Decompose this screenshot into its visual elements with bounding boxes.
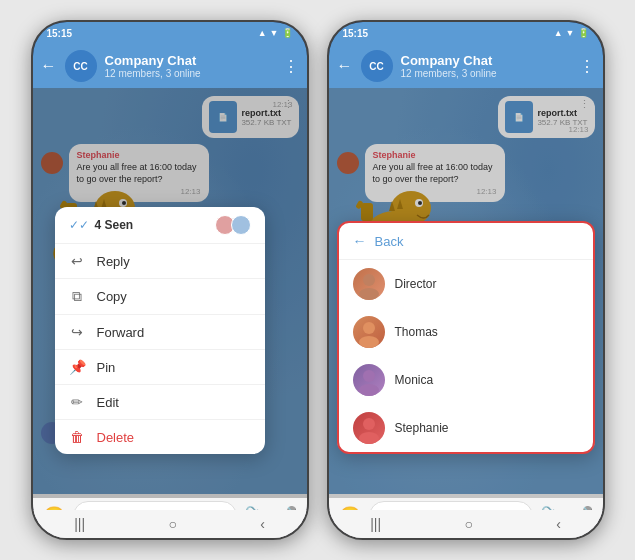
edit-label: Edit xyxy=(97,395,119,410)
delete-icon: 🗑 xyxy=(69,429,85,445)
nav-bar-right: ||| ○ ‹ xyxy=(329,510,603,538)
svg-point-19 xyxy=(363,322,375,334)
wifi-icon-r: ▼ xyxy=(566,28,575,38)
battery-icon-r: 🔋 xyxy=(578,28,589,38)
avatar-stephanie xyxy=(353,412,385,444)
delete-label: Delete xyxy=(97,430,135,445)
signal-icon: ▲ xyxy=(258,28,267,38)
svg-point-22 xyxy=(359,384,379,396)
status-icons-right: ▲ ▼ 🔋 xyxy=(554,28,589,38)
header-more-left[interactable]: ⋮ xyxy=(283,57,299,76)
person-row-director: Director xyxy=(339,260,593,308)
nav-back-right[interactable]: ‹ xyxy=(556,516,561,532)
nav-bar-left: ||| ○ ‹ xyxy=(33,510,307,538)
header-avatar-right: CC xyxy=(361,50,393,82)
header-sub-left: 12 members, 3 online xyxy=(105,68,275,79)
back-button-right[interactable]: ← xyxy=(337,57,353,75)
menu-item-edit[interactable]: ✏ Edit xyxy=(55,385,265,419)
forward-label: Forward xyxy=(97,325,145,340)
reply-label: Reply xyxy=(97,254,130,269)
copy-icon: ⧉ xyxy=(69,288,85,305)
header-more-right[interactable]: ⋮ xyxy=(579,57,595,76)
menu-item-reply[interactable]: ↩ Reply xyxy=(55,244,265,278)
chat-area-left: 📄 report.txt 352.7 KB TXT 12:13 ⋮ Stepha… xyxy=(33,88,307,498)
signal-icon-r: ▲ xyxy=(554,28,563,38)
back-icon: ← xyxy=(353,233,367,249)
name-thomas: Thomas xyxy=(395,325,438,339)
nav-back-left[interactable]: ‹ xyxy=(260,516,265,532)
person-row-thomas: Thomas xyxy=(339,308,593,356)
nav-menu-left[interactable]: ||| xyxy=(74,516,85,532)
nav-home-right[interactable]: ○ xyxy=(464,516,472,532)
nav-menu-right[interactable]: ||| xyxy=(370,516,381,532)
menu-item-pin[interactable]: 📌 Pin xyxy=(55,350,265,384)
header-title-right: Company Chat xyxy=(401,53,571,69)
forward-icon: ↪ xyxy=(69,324,85,340)
svg-point-24 xyxy=(359,432,379,444)
avatar-director xyxy=(353,268,385,300)
pin-label: Pin xyxy=(97,360,116,375)
edit-icon: ✏ xyxy=(69,394,85,410)
person-row-monica: Monica xyxy=(339,356,593,404)
menu-item-copy[interactable]: ⧉ Copy xyxy=(55,279,265,314)
name-director: Director xyxy=(395,277,437,291)
seen-label: 4 Seen xyxy=(95,218,209,232)
svg-point-23 xyxy=(363,418,375,430)
status-icons-left: ▲ ▼ 🔋 xyxy=(258,28,293,38)
chat-header-right: ← CC Company Chat 12 members, 3 online ⋮ xyxy=(329,44,603,88)
name-stephanie: Stephanie xyxy=(395,421,449,435)
svg-point-18 xyxy=(359,288,379,300)
header-avatar-left: CC xyxy=(65,50,97,82)
seen-list-popup: ← Back Director Thomas xyxy=(337,221,595,454)
seen-row[interactable]: ✓✓ 4 Seen xyxy=(55,207,265,244)
status-time-right: 15:15 xyxy=(343,28,369,39)
person-row-stephanie: Stephanie xyxy=(339,404,593,452)
name-monica: Monica xyxy=(395,373,434,387)
svg-point-20 xyxy=(359,336,379,348)
header-title-left: Company Chat xyxy=(105,53,275,69)
copy-label: Copy xyxy=(97,289,127,304)
back-row[interactable]: ← Back xyxy=(339,223,593,260)
right-phone: 15:15 ▲ ▼ 🔋 ← CC Company Chat 12 members… xyxy=(327,20,605,540)
menu-item-forward[interactable]: ↪ Forward xyxy=(55,315,265,349)
left-phone: 15:15 ▲ ▼ 🔋 ← CC Company Chat 12 members… xyxy=(31,20,309,540)
header-info-right: Company Chat 12 members, 3 online xyxy=(401,53,571,80)
seen-av-2 xyxy=(231,215,251,235)
back-button-left[interactable]: ← xyxy=(41,57,57,75)
menu-item-delete[interactable]: 🗑 Delete xyxy=(55,420,265,454)
svg-point-17 xyxy=(363,274,375,286)
status-bar-left: 15:15 ▲ ▼ 🔋 xyxy=(33,22,307,44)
battery-icon: 🔋 xyxy=(282,28,293,38)
chat-header-left: ← CC Company Chat 12 members, 3 online ⋮ xyxy=(33,44,307,88)
pin-icon: 📌 xyxy=(69,359,85,375)
header-info-left: Company Chat 12 members, 3 online xyxy=(105,53,275,80)
seen-check-icon: ✓✓ xyxy=(69,218,89,232)
status-time-left: 15:15 xyxy=(47,28,73,39)
status-bar-right: 15:15 ▲ ▼ 🔋 xyxy=(329,22,603,44)
seen-avatars xyxy=(215,215,251,235)
back-label: Back xyxy=(375,234,404,249)
avatar-monica xyxy=(353,364,385,396)
avatar-thomas xyxy=(353,316,385,348)
reply-icon: ↩ xyxy=(69,253,85,269)
chat-area-right: 📄 report.txt 352.7 KB TXT ⋮ 12:13 Stepha… xyxy=(329,88,603,498)
context-menu-left: ✓✓ 4 Seen ↩ Reply ⧉ Copy xyxy=(55,207,265,454)
svg-point-21 xyxy=(363,370,375,382)
wifi-icon: ▼ xyxy=(270,28,279,38)
nav-home-left[interactable]: ○ xyxy=(168,516,176,532)
header-sub-right: 12 members, 3 online xyxy=(401,68,571,79)
